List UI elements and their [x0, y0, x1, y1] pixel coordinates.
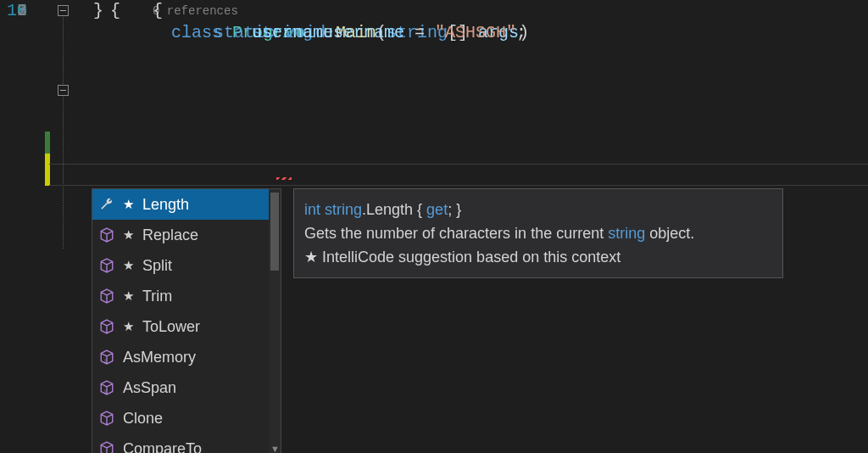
type-keyword: int: [304, 201, 325, 218]
star-icon: ★: [123, 258, 134, 273]
completion-label: ToLower: [142, 318, 200, 336]
intellicode-note: ★ IntelliCode suggestion based on this c…: [304, 245, 772, 269]
cube-icon: ↓: [99, 350, 114, 365]
star-icon: ★: [123, 197, 134, 212]
brace: }: [93, 1, 103, 20]
sig-text: .Length {: [362, 201, 426, 218]
cube-icon: [99, 411, 114, 426]
type-link[interactable]: string: [608, 225, 645, 242]
sig-text: ; }: [448, 201, 461, 218]
completion-label: Replace: [142, 226, 198, 244]
signature-line: int string.Length { get; }: [304, 198, 772, 221]
scroll-down-icon[interactable]: ▼: [270, 444, 279, 453]
fold-toggle-icon[interactable]: [58, 85, 69, 96]
error-squiggle: [276, 177, 292, 180]
star-icon: ★: [123, 319, 134, 334]
code-editor[interactable]: 5 6 7 8 9 10 1 2 3 4 class Program { 0 r…: [0, 0, 868, 453]
type-keyword: string: [325, 201, 362, 218]
completion-label: Clone: [123, 410, 163, 428]
fold-toggle-icon[interactable]: [58, 5, 69, 16]
local-var: username: [252, 23, 333, 42]
fold-guide: [63, 7, 64, 249]
current-line-highlight: [49, 164, 868, 186]
intellisense-popup[interactable]: ★Length★Replace★Split★Trim★ToLower↓AsMem…: [92, 188, 281, 453]
completion-item-replace[interactable]: ★Replace: [92, 220, 281, 250]
star-icon: ★: [123, 288, 134, 304]
operator: =: [404, 23, 435, 42]
cube-icon: [99, 441, 114, 453]
completion-item-trim[interactable]: ★Trim: [92, 281, 281, 311]
dot-operator: .: [333, 23, 343, 42]
desc-text: Gets the number of characters in the cur…: [304, 225, 608, 242]
cube-icon: [99, 288, 114, 304]
gutter: 5 6 7 8 9 10 1 2 3 4: [0, 0, 76, 453]
wrench-icon: [99, 197, 114, 212]
completion-item-asspan[interactable]: ↓AsSpan: [92, 372, 281, 403]
cube-icon: [99, 227, 114, 243]
desc-text: object.: [645, 225, 694, 242]
tooltip-description: Gets the number of characters in the cur…: [304, 221, 772, 245]
signature-tooltip: int string.Length { get; } Gets the numb…: [293, 188, 783, 278]
cube-icon: [99, 258, 114, 273]
completion-item-clone[interactable]: Clone: [92, 403, 281, 433]
change-marker-saved: [45, 131, 50, 154]
scroll-thumb[interactable]: [270, 193, 279, 271]
completion-label: AsSpan: [123, 379, 176, 397]
completion-label: CompareTo: [123, 440, 202, 454]
completion-item-split[interactable]: ★Split: [92, 250, 281, 281]
completion-item-asmemory[interactable]: ↓AsMemory: [92, 342, 281, 372]
string-literal: "ASHSGH": [435, 23, 516, 42]
completion-item-length[interactable]: ★Length: [92, 189, 281, 220]
keyword-get: get: [426, 201, 448, 218]
star-icon: ★: [123, 227, 134, 243]
completion-label: Split: [142, 257, 172, 275]
line-number: 4: [0, 0, 27, 22]
semicolon: ;: [516, 23, 526, 42]
completion-label: Length: [142, 196, 189, 214]
completion-item-compareto[interactable]: CompareTo: [92, 433, 281, 453]
completion-label: AsMemory: [123, 349, 196, 366]
cube-icon: [99, 319, 114, 334]
completion-item-tolower[interactable]: ★ToLower: [92, 311, 281, 342]
scrollbar[interactable]: ▲ ▼: [269, 189, 281, 453]
completion-label: Trim: [142, 288, 172, 305]
cube-icon: ↓: [99, 380, 114, 395]
